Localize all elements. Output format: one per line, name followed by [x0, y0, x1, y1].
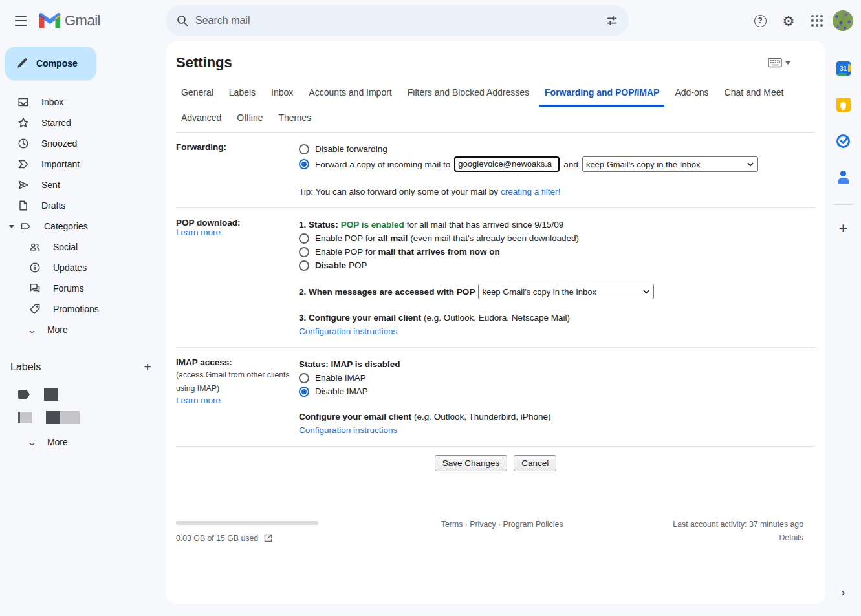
- sidebar-item-forums[interactable]: Forums: [0, 278, 166, 299]
- tab-add-ons[interactable]: Add-ons: [670, 81, 714, 107]
- important-marker-icon: [17, 158, 30, 171]
- creating-a-filter-link[interactable]: creating a filter!: [501, 185, 560, 198]
- dropdown-triangle-icon: [785, 61, 790, 65]
- info-icon: [28, 261, 41, 274]
- tasks-icon[interactable]: [831, 128, 856, 154]
- chevron-down-icon: [643, 290, 649, 294]
- save-changes-button[interactable]: Save Changes: [435, 455, 508, 471]
- sidebar-item-drafts[interactable]: Drafts: [0, 195, 166, 216]
- storage-meter: [176, 521, 318, 525]
- tab-advanced[interactable]: Advanced: [176, 107, 226, 132]
- search-options-icon[interactable]: [599, 8, 625, 34]
- tab-accounts-and-import[interactable]: Accounts and Import: [303, 81, 397, 107]
- legal-links[interactable]: Terms · Privacy · Program Policies: [331, 516, 673, 529]
- sidebar-item-updates[interactable]: Updates: [0, 257, 166, 278]
- contacts-icon[interactable]: [831, 164, 856, 190]
- chevron-down-icon: [747, 162, 754, 167]
- search-icon[interactable]: [169, 8, 195, 34]
- sidebar-item-categories[interactable]: Categories: [0, 216, 166, 237]
- tab-general[interactable]: General: [176, 81, 219, 107]
- sidebar-item-inbox[interactable]: Inbox: [0, 92, 166, 112]
- imap-sublabel: (access Gmail from other clients using I…: [176, 368, 292, 396]
- draft-file-icon: [17, 199, 30, 212]
- compose-button[interactable]: Compose: [5, 47, 96, 80]
- right-side-panel: 31 + ›: [825, 41, 861, 616]
- labels-more[interactable]: ⌄ More: [0, 432, 166, 452]
- label-tag-icon: [18, 390, 30, 399]
- label-row-2[interactable]: [0, 406, 166, 429]
- create-label-plus-icon[interactable]: +: [137, 357, 158, 377]
- disable-pop-radio[interactable]: [299, 260, 309, 271]
- category-tag-icon: [19, 220, 32, 233]
- gmail-m-icon: [39, 12, 61, 29]
- pop-status-value: POP is enabled: [341, 218, 404, 231]
- people-icon: [28, 240, 41, 253]
- sidebar-item-more[interactable]: ⌄ More: [0, 319, 166, 340]
- disable-forwarding-radio[interactable]: [299, 144, 309, 154]
- send-icon: [17, 178, 30, 191]
- keep-icon[interactable]: [831, 92, 856, 118]
- tab-offline[interactable]: Offline: [232, 107, 268, 132]
- pop-learn-more-link[interactable]: Learn more: [176, 228, 221, 237]
- gmail-logo: Gmail: [39, 12, 100, 29]
- pop-download-section: POP download: Learn more 1. Status: POP …: [166, 208, 825, 347]
- google-apps-icon[interactable]: [804, 8, 830, 34]
- forward-copy-radio[interactable]: [299, 159, 309, 169]
- last-account-activity: Last account activity: 37 minutes ago: [673, 520, 803, 529]
- forwarding-label: Forwarding:: [176, 142, 226, 152]
- chevron-down-icon: ⌄: [27, 438, 37, 447]
- labels-heading: Labels: [10, 361, 137, 373]
- imap-status: Status: IMAP is disabled: [299, 357, 400, 371]
- hide-side-panel-chevron-icon[interactable]: ›: [831, 580, 856, 606]
- redacted-label-text: [46, 411, 80, 424]
- imap-access-section: IMAP access: (access Gmail from other cl…: [166, 348, 825, 446]
- help-icon[interactable]: ?: [747, 8, 773, 34]
- pencil-icon: [16, 57, 28, 70]
- sidebar-item-promotions[interactable]: Promotions: [0, 299, 166, 319]
- forwarding-section: Forwarding: Disable forwarding Forward a…: [166, 133, 825, 207]
- forward-address-select[interactable]: googlevoice@newoaks.a: [454, 156, 560, 172]
- offer-tag-icon: [28, 303, 41, 315]
- account-avatar[interactable]: [833, 10, 853, 31]
- sidebar-item-social[interactable]: Social: [0, 237, 166, 257]
- sidebar-item-starred[interactable]: Starred: [0, 112, 166, 133]
- enable-pop-all-mail-radio[interactable]: [299, 233, 309, 244]
- calendar-icon[interactable]: 31: [831, 56, 856, 81]
- details-link[interactable]: Details: [779, 533, 803, 542]
- tab-forwarding-and-pop-imap[interactable]: Forwarding and POP/IMAP: [539, 81, 664, 107]
- tab-labels[interactable]: Labels: [224, 81, 261, 107]
- clock-icon: [17, 137, 30, 150]
- sidebar-item-sent[interactable]: Sent: [0, 175, 166, 195]
- label-tag-icon: [18, 412, 32, 423]
- imap-configuration-instructions-link[interactable]: Configuration instructions: [299, 423, 397, 437]
- label-row-1[interactable]: [0, 383, 166, 406]
- sidebar-item-important[interactable]: Important: [0, 154, 166, 175]
- open-in-new-icon[interactable]: [263, 533, 273, 543]
- settings-gear-icon[interactable]: ⚙: [776, 8, 801, 34]
- expand-triangle-icon: [9, 225, 14, 228]
- tab-filters-and-blocked-addresses[interactable]: Filters and Blocked Addresses: [402, 81, 534, 107]
- get-add-ons-plus-icon[interactable]: +: [831, 215, 856, 241]
- settings-tabs: General Labels Inbox Accounts and Import…: [166, 75, 825, 132]
- pop-action-select[interactable]: keep Gmail's copy in the Inbox: [478, 284, 654, 299]
- pop-configuration-instructions-link[interactable]: Configuration instructions: [299, 324, 397, 338]
- sidebar-item-snoozed[interactable]: Snoozed: [0, 133, 166, 154]
- cancel-button[interactable]: Cancel: [514, 455, 556, 471]
- search-input[interactable]: [195, 15, 599, 27]
- tab-themes[interactable]: Themes: [274, 107, 317, 132]
- star-icon: [17, 116, 30, 129]
- gmail-wordmark: Gmail: [65, 12, 100, 29]
- page-title: Settings: [176, 54, 768, 71]
- disable-imap-radio[interactable]: [299, 387, 309, 397]
- enable-pop-from-now-radio[interactable]: [299, 247, 309, 257]
- input-tools-toggle[interactable]: [768, 58, 790, 68]
- tab-inbox[interactable]: Inbox: [266, 81, 298, 107]
- imap-learn-more-link[interactable]: Learn more: [176, 396, 221, 405]
- settings-panel: Settings General Labels Inbox Accounts a…: [166, 41, 825, 604]
- tab-chat-and-meet[interactable]: Chat and Meet: [719, 81, 789, 107]
- search-bar[interactable]: [166, 5, 629, 36]
- enable-imap-radio[interactable]: [299, 373, 309, 383]
- compose-label: Compose: [36, 58, 78, 69]
- main-menu-button[interactable]: [8, 8, 34, 34]
- forward-action-select[interactable]: keep Gmail's copy in the Inbox: [582, 156, 758, 172]
